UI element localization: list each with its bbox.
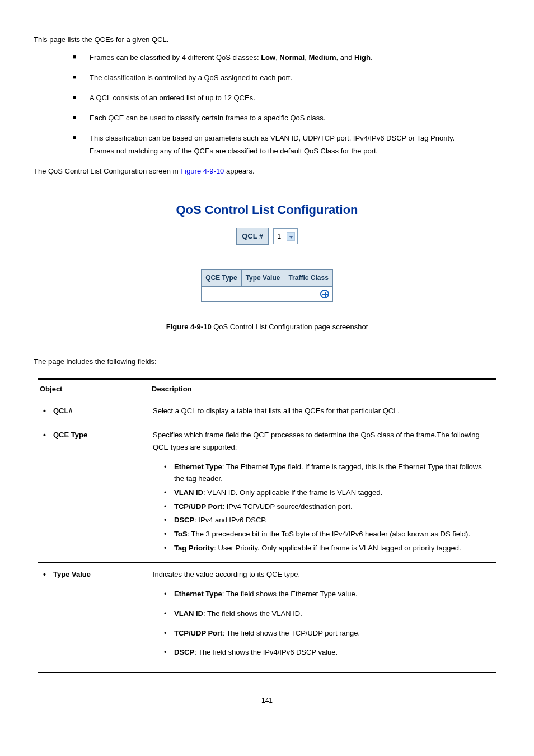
list-item: A QCL consists of an ordered list of up … xyxy=(73,92,500,104)
term: ToS xyxy=(174,530,188,538)
list-item: The classification is controlled by a Qo… xyxy=(73,72,500,84)
fields-intro: The page includes the following fields: xyxy=(34,356,500,368)
def: : The field shows the IPv4/IPv6 DSCP val… xyxy=(194,648,338,656)
object-type-value: Type Value xyxy=(41,568,146,581)
term: VLAN ID xyxy=(174,609,203,618)
sep: , and xyxy=(336,53,355,62)
term: VLAN ID xyxy=(174,488,203,497)
figure-border: QoS Control List Configuration QCL # 1 Q… xyxy=(125,188,409,316)
list-item: This classification can be based on para… xyxy=(73,132,500,157)
term: DSCP xyxy=(174,516,194,524)
qce-table: QCE Type Type Value Traffic Class xyxy=(201,269,333,301)
list-item: Ethernet Type: The field shows the Ether… xyxy=(164,589,493,600)
desc-qcl: Select a QCL to display a table that lis… xyxy=(149,399,496,423)
text: Indicates the value according to its QCE… xyxy=(153,568,493,581)
table-header: Object Description xyxy=(38,379,496,399)
def: : IPv4 TCP/UDP source/destination port. xyxy=(222,502,352,511)
figure-lead-in: The QoS Control List Configuration scree… xyxy=(34,165,500,178)
table-row: QCE Type Specifies which frame field the… xyxy=(38,423,496,563)
qce-type-list: Ethernet Type: The Ethernet Type field. … xyxy=(153,461,493,554)
caption-text: QoS Control List Configuration page scre… xyxy=(213,323,368,331)
def: : The field shows the Ethernet Type valu… xyxy=(222,590,358,598)
text: Specifies which frame field the QCE proc… xyxy=(153,429,493,454)
qcl-selector-row: QCL # 1 xyxy=(176,228,358,245)
desc-type-value: Indicates the value according to its QCE… xyxy=(149,562,496,672)
def: : VLAN ID. Only applicable if the frame … xyxy=(203,488,382,497)
text: This classification can be based on para… xyxy=(90,134,455,142)
add-qce-icon[interactable] xyxy=(320,290,329,298)
list-item: Frames can be classified by 4 different … xyxy=(73,52,500,64)
list-item: TCP/UDP Port: IPv4 TCP/UDP source/destin… xyxy=(164,501,493,513)
def: : IPv4 and IPv6 DSCP. xyxy=(194,516,267,524)
class-low: Low xyxy=(261,53,275,62)
list-item: DSCP: The field shows the IPv4/IPv6 DSCP… xyxy=(164,647,493,659)
table-row: Type Value Indicates the value according… xyxy=(38,562,496,672)
table-row: QCL# Select a QCL to display a table tha… xyxy=(38,399,496,423)
term: DSCP xyxy=(174,648,194,656)
def: : The 3 precedence bit in the ToS byte o… xyxy=(188,530,470,538)
list-item: Ethernet Type: The Ethernet Type field. … xyxy=(164,461,493,485)
text: Frames can be classified by 4 different … xyxy=(90,53,261,62)
col-qce-type: QCE Type xyxy=(202,270,241,286)
feature-list: Frames can be classified by 4 different … xyxy=(34,52,500,157)
text: appears. xyxy=(224,167,254,175)
list-item: Tag Priority: User Priority. Only applic… xyxy=(164,543,493,554)
list-item: VLAN ID: VLAN ID. Only applicable if the… xyxy=(164,487,493,499)
list-item: Each QCE can be used to classify certain… xyxy=(73,112,500,124)
figure-title: QoS Control List Configuration xyxy=(176,199,358,220)
qcl-select-value: 1 xyxy=(277,232,281,240)
text: Frames not matching any of the QCEs are … xyxy=(90,147,378,155)
class-medium: Medium xyxy=(308,53,336,62)
caption-prefix: Figure 4-9-10 xyxy=(166,323,214,331)
col-type-value: Type Value xyxy=(241,270,284,286)
term: TCP/UDP Port xyxy=(174,502,222,511)
qcl-select[interactable]: 1 xyxy=(273,228,298,244)
figure-caption: Figure 4-9-10 QoS Control List Configura… xyxy=(34,321,500,333)
page-number: 141 xyxy=(34,695,500,706)
term: Ethernet Type xyxy=(174,463,222,471)
class-high: High xyxy=(354,53,371,62)
figure-container: QoS Control List Configuration QCL # 1 Q… xyxy=(34,188,500,316)
type-value-list: Ethernet Type: The field shows the Ether… xyxy=(153,589,493,659)
object-qcl: QCL# xyxy=(41,405,146,417)
header-description: Description xyxy=(149,379,496,399)
term: Ethernet Type xyxy=(174,590,222,598)
text: The QoS Control List Configuration scree… xyxy=(34,167,180,175)
term: TCP/UDP Port xyxy=(174,629,222,637)
add-row-cell xyxy=(202,286,333,301)
qcl-label: QCL # xyxy=(236,228,269,245)
fields-table: Object Description QCL# Select a QCL to … xyxy=(38,378,496,673)
list-item: DSCP: IPv4 and IPv6 DSCP. xyxy=(164,515,493,526)
list-item: ToS: The 3 precedence bit in the ToS byt… xyxy=(164,529,493,540)
col-traffic-class: Traffic Class xyxy=(284,270,332,286)
def: : The field shows the TCP/UDP port range… xyxy=(222,629,360,637)
list-item: TCP/UDP Port: The field shows the TCP/UD… xyxy=(164,628,493,640)
term: Tag Priority xyxy=(174,544,214,552)
header-object: Object xyxy=(38,379,149,399)
def: : The field shows the VLAN ID. xyxy=(203,609,302,618)
desc-qce-type: Specifies which frame field the QCE proc… xyxy=(149,423,496,563)
class-normal: Normal xyxy=(279,53,305,62)
def: : User Priority. Only applicable if the … xyxy=(214,544,461,552)
figure-link: Figure 4-9-10 xyxy=(180,167,224,175)
text: Select a QCL to display a table that lis… xyxy=(153,405,493,417)
object-qce-type: QCE Type xyxy=(41,429,146,441)
intro-text: This page lists the QCEs for a given QCL… xyxy=(34,34,500,46)
sep: . xyxy=(371,53,373,62)
chevron-down-icon xyxy=(287,232,295,241)
list-item: VLAN ID: The field shows the VLAN ID. xyxy=(164,608,493,620)
